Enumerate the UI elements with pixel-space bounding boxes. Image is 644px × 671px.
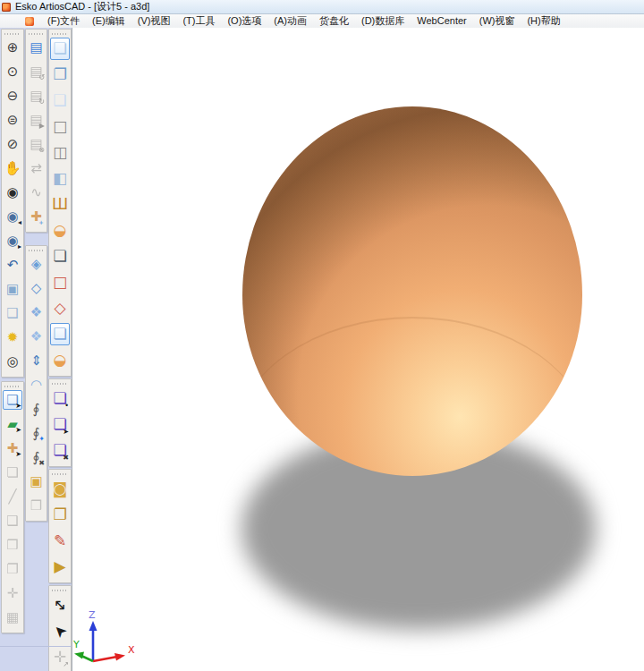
bevel-frame[interactable]: ▣	[3, 279, 22, 299]
snapshot-camera[interactable]: ◉	[3, 183, 22, 202]
add-bandage-badge: ＋	[38, 219, 45, 226]
controller: ❒	[27, 496, 46, 515]
zoom-out[interactable]: ⊖	[3, 86, 22, 106]
outline-design[interactable]: □	[50, 271, 70, 293]
select-bandage[interactable]: ✚➤	[3, 438, 22, 458]
layout-grid-icon: ▦	[6, 611, 19, 624]
add-animation-icon: ▤	[30, 41, 42, 55]
move-all-icon: ✛	[7, 587, 19, 600]
menu-item-5[interactable]: (A)动画	[267, 15, 313, 26]
measure: ╱	[3, 487, 22, 506]
visibility-eye[interactable]: ◎	[3, 352, 22, 371]
extrude[interactable]: ❑	[3, 303, 22, 323]
view-hidden-line[interactable]: □	[50, 115, 70, 138]
menu-item-4[interactable]: (O)选项	[221, 15, 267, 26]
menu-item-6[interactable]: 货盘化	[313, 15, 355, 26]
resize-diagonal[interactable]: ↔	[50, 594, 70, 616]
menu-item-7[interactable]: (D)数据库	[355, 15, 411, 26]
panel-height-icon: ⇕	[30, 354, 42, 368]
select-dimension[interactable]: ➤	[50, 620, 70, 642]
toolbar-drag-handle[interactable]	[52, 381, 68, 386]
screen-tray-icon: ▣	[30, 475, 42, 488]
menu-item-9[interactable]: (W)视窗	[473, 15, 521, 26]
toolbar-drag-handle[interactable]	[29, 31, 44, 36]
corrugated-board[interactable]: Ш	[50, 193, 70, 216]
select-part[interactable]: ❏➤	[3, 390, 22, 410]
toolbar-group: ◙❐✎▶	[48, 469, 72, 583]
view-wireframe[interactable]: ◫	[50, 141, 70, 164]
tray-fill[interactable]: ◙	[50, 478, 70, 500]
menu-item-10[interactable]: (H)帮助	[521, 15, 566, 26]
toolbar-group: ↔➤✛↗✛↘	[48, 585, 72, 671]
toolbar-drag-handle[interactable]	[52, 588, 68, 592]
menu-item-3[interactable]: (T)工具	[176, 15, 221, 26]
net-remove[interactable]: ❏✖	[50, 439, 70, 462]
toolbar-drag-handle[interactable]	[4, 31, 21, 36]
view-flat-cube[interactable]: ❑	[50, 89, 70, 112]
document-window-icon[interactable]	[25, 17, 34, 26]
toolbar-group: ❏❐❑□◫◧Ш◒❏□◇❏◒	[48, 29, 72, 377]
playback-camera-back[interactable]: ◉◂	[3, 207, 22, 226]
background-scene-icon: ◒	[54, 352, 67, 368]
layout-grid: ▦	[3, 607, 22, 627]
toolbar-drag-handle[interactable]	[52, 31, 68, 36]
net-select-badge: ➤	[63, 429, 69, 436]
toolbar-drag-handle[interactable]	[4, 384, 21, 388]
playback-camera-forward-icon: ◉	[6, 234, 18, 248]
shuffle-sequence-icon: ⇄	[30, 162, 42, 175]
x-axis-arrow	[114, 653, 125, 661]
rotate-panel-icon: ◇	[31, 282, 42, 295]
zoom-in[interactable]: ⊕	[3, 38, 22, 57]
net-select[interactable]: ❏➤	[50, 413, 70, 436]
screen-tray[interactable]: ▣	[27, 471, 46, 491]
render-solid[interactable]: ❏	[50, 323, 70, 345]
egg-3d-model[interactable]	[242, 106, 582, 476]
net-design[interactable]: ❏•	[50, 387, 70, 410]
zoom-height[interactable]: ⊜	[3, 110, 22, 130]
cross-fold[interactable]: ❖	[27, 327, 46, 346]
toolbar-drag-handle[interactable]	[52, 471, 68, 476]
select-ribbon[interactable]: ▰➤	[3, 414, 22, 434]
pallet-load[interactable]: ❐	[50, 504, 70, 526]
bend-surface[interactable]: ◠	[27, 375, 46, 395]
attach-add[interactable]: ∮✦	[27, 423, 46, 443]
title-bar[interactable]: Esko ArtiosCAD - [设计5 - a3d]	[0, 0, 644, 14]
view-shadow-cube[interactable]: ❏	[50, 245, 70, 268]
playback-camera-forward[interactable]: ◉▸	[3, 231, 22, 251]
design-canvas-3d[interactable]: Z X Y	[72, 28, 644, 671]
attach-file-icon: ∮	[33, 403, 40, 416]
menu-item-0[interactable]: (F)文件	[41, 15, 86, 26]
fold-angle[interactable]: ❖	[27, 302, 46, 322]
attach-file[interactable]: ∮	[27, 399, 46, 419]
pan[interactable]: ✋	[3, 158, 22, 178]
zoom-extents[interactable]: ⊘	[3, 134, 22, 154]
undo-view[interactable]: ↶	[3, 255, 22, 275]
background-scene[interactable]: ◒	[50, 349, 70, 371]
run-animation[interactable]: ▶	[50, 556, 70, 578]
background-image[interactable]: ◒	[50, 219, 70, 242]
menu-item-8[interactable]: WebCenter	[411, 15, 472, 26]
view-shaded-cube[interactable]: ❏	[50, 38, 70, 60]
menu-item-1[interactable]: (E)编辑	[86, 15, 131, 26]
attach-remove[interactable]: ∮✖	[27, 447, 46, 467]
view-shaded-cube-icon: ❏	[53, 41, 66, 56]
light-source[interactable]: ✹	[3, 327, 22, 347]
add-bandage[interactable]: ✚＋	[27, 207, 46, 226]
view-solid-cube[interactable]: ❐	[50, 64, 70, 86]
bezier-design-icon: ◇	[54, 301, 65, 316]
toolbar-group: ❏•❏➤❏✖	[48, 378, 72, 467]
z-axis-arrow	[89, 621, 97, 631]
rotate-panel[interactable]: ◇	[27, 278, 46, 298]
menu-item-2[interactable]: (V)视图	[131, 15, 177, 26]
zoom-rectangle[interactable]: ⊙	[3, 62, 22, 81]
edit-design[interactable]: ✎	[50, 530, 70, 552]
toolbar-drag-handle[interactable]	[29, 248, 44, 252]
panel-height[interactable]: ⇕	[27, 351, 46, 370]
fold-tool[interactable]: ◈	[27, 254, 46, 274]
bezier-design[interactable]: ◇	[50, 297, 70, 319]
zoom-in-icon: ⊕	[7, 41, 19, 55]
select-bandage-badge: ➤	[15, 451, 21, 458]
add-animation[interactable]: ▤	[27, 38, 46, 57]
view-section-cube[interactable]: ◧	[50, 167, 70, 190]
zoom-rectangle-icon: ⊙	[7, 65, 19, 79]
